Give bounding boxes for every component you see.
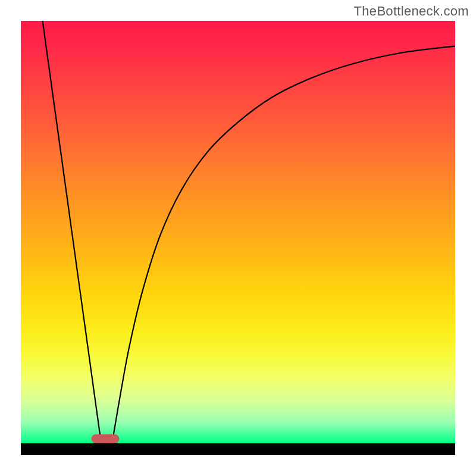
curve-overlay: [21, 21, 455, 443]
bottleneck-marker: [92, 434, 120, 443]
right-curve: [112, 46, 455, 443]
left-line: [43, 21, 102, 443]
plot-area: [21, 21, 455, 443]
curve-group: [43, 21, 456, 443]
watermark-text: TheBottleneck.com: [354, 4, 469, 19]
chart-frame: [21, 21, 455, 455]
